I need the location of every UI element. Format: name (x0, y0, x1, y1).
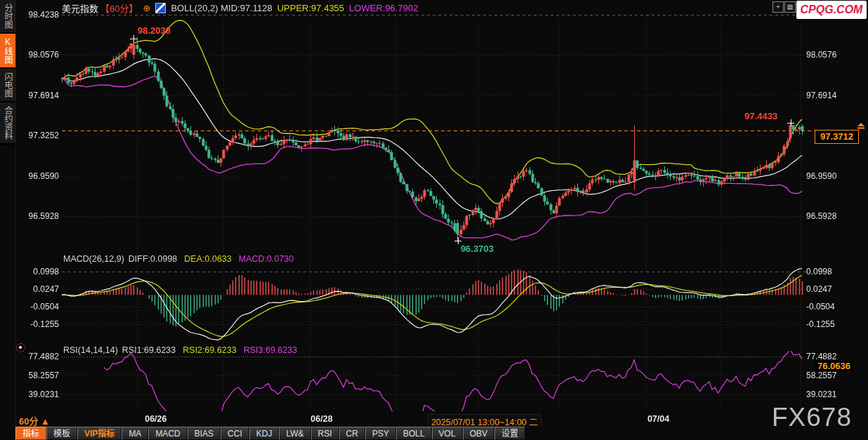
toolbar-item-indicator[interactable]: 指标 (15, 427, 46, 440)
period-label: 【60分】 (100, 1, 138, 15)
period-selector[interactable]: 60分 ▲ (19, 414, 50, 427)
boll-upper-value: UPPER:97.4355 (277, 3, 344, 13)
triangle-up-icon: ▲ (41, 416, 50, 427)
current-price-tag: 97.3712 (815, 130, 859, 144)
price-axis-label: 96.9590 (806, 171, 836, 181)
sidebar: 分时图 K线图 闪电图 合约资料 (0, 0, 16, 440)
boll-lower-value: LOWER:96.7902 (349, 3, 418, 13)
sidebar-item-timeline[interactable]: 分时图 (0, 0, 15, 34)
price-axis-label: 98.0576 (806, 50, 836, 60)
indicator-toolbar: 指标 模板 VIP指标 MA MACD BIAS CCI KDJ LW& RSI… (15, 427, 868, 440)
symbol-title: 美元指数 (62, 1, 98, 15)
x-axis-date-label: 06/28 (310, 414, 332, 424)
toolbar-item-obv[interactable]: OBV (463, 427, 494, 440)
rsi-last-value-tag: 76.0636 (815, 361, 853, 371)
chart-app: 分时图 K线图 闪电图 合约资料 美元指数【60分】 ⊕ BOLL(20,2) … (0, 0, 868, 440)
rsi-axis-label: 77.4882 (806, 352, 836, 361)
macd-label: MACD(26,12,9) (63, 254, 124, 264)
plus-circle-icon[interactable]: ⊕ (143, 3, 150, 13)
toolbar-item-kdj[interactable]: KDJ (249, 427, 280, 440)
price-axis-label: 97.6914 (806, 91, 836, 100)
toolbar-item-vol[interactable]: VOL (432, 427, 463, 440)
scale-icon[interactable]: ▦ (784, 1, 796, 13)
toolbar-item-rsi[interactable]: RSI (311, 427, 339, 440)
macd-axis-label: -0.1255 (806, 319, 835, 329)
extreme-price-annotation: 96.3703 (461, 244, 494, 254)
extreme-price-annotation: 98.2038 (138, 25, 171, 36)
toolbar-item-ma[interactable]: MA (121, 427, 148, 440)
sidebar-item-kline[interactable]: K线图 (0, 34, 15, 69)
rsi3-value: RSI3:69.6233 (244, 345, 297, 355)
toolbar-item-macd[interactable]: MACD (148, 427, 187, 440)
chart-header: 美元指数【60分】 ⊕ BOLL(20,2) MID:97.1128 UPPER… (62, 1, 418, 15)
price-arrow-icon[interactable] (856, 123, 866, 129)
macd-axis-label: 0.0247 (806, 284, 832, 294)
toolbar-item-cci[interactable]: CCI (221, 427, 249, 440)
chart-canvas[interactable] (0, 0, 868, 440)
toolbar-item-template[interactable]: 模板 (46, 427, 77, 440)
toolbar-item-cr[interactable]: CR (339, 427, 365, 440)
macd-axis-label: -0.0504 (806, 302, 835, 312)
rsi-label: RSI(14,14,14) (63, 345, 118, 355)
macd-diff-value: DIFF:0.0998 (129, 254, 177, 264)
toolbar-item-boll[interactable]: BOLL (396, 427, 432, 440)
cpqg-logo[interactable]: CPQG.COM (796, 1, 867, 19)
toolbar-item-vip-indicator[interactable]: VIP指标 (77, 427, 121, 440)
macd-dea-value: DEA:0.0633 (184, 254, 231, 264)
rsi-axis-label: 58.2557 (806, 371, 836, 380)
extreme-price-annotation: 97.4433 (744, 111, 777, 121)
indicator-icon[interactable] (155, 3, 166, 13)
macd-header: MACD(26,12,9) DIFF:0.0998 DEA:0.0633 MAC… (63, 254, 294, 264)
toolbar-item-lw[interactable]: LW& (279, 427, 310, 440)
sidebar-item-flash[interactable]: 闪电图 (0, 69, 15, 102)
toolbar-item-bias[interactable]: BIAS (188, 427, 221, 440)
rsi2-value: RSI2:69.6233 (183, 345, 236, 355)
x-axis-row: 60分 ▲ 06/2606/282025/07/01 13:00~14:00 二… (0, 413, 868, 427)
sidebar-item-contract-info[interactable]: 合约资料 (0, 102, 15, 145)
alert-target-icon[interactable] (16, 343, 25, 352)
toolbar-item-settings[interactable]: 设置 (494, 427, 525, 440)
rsi-header: RSI(14,14,14) RSI1:69.6233 RSI2:69.6233 … (63, 345, 297, 355)
macd-bar-value: MACD:0.0730 (239, 254, 294, 264)
rsi1-value: RSI1:69.6233 (122, 345, 176, 355)
boll-values: BOLL(20,2) MID:97.1128 (171, 3, 272, 13)
x-axis-date-label: 07/04 (647, 414, 669, 424)
x-axis-date-label: 06/26 (145, 414, 166, 424)
macd-axis-label: 0.0998 (806, 267, 832, 276)
toolbar-item-psy[interactable]: PSY (365, 427, 396, 440)
pan-icon[interactable]: + (772, 1, 784, 13)
price-axis-label: 96.5928 (806, 211, 836, 221)
rsi-axis-label: 39.0231 (806, 389, 836, 399)
